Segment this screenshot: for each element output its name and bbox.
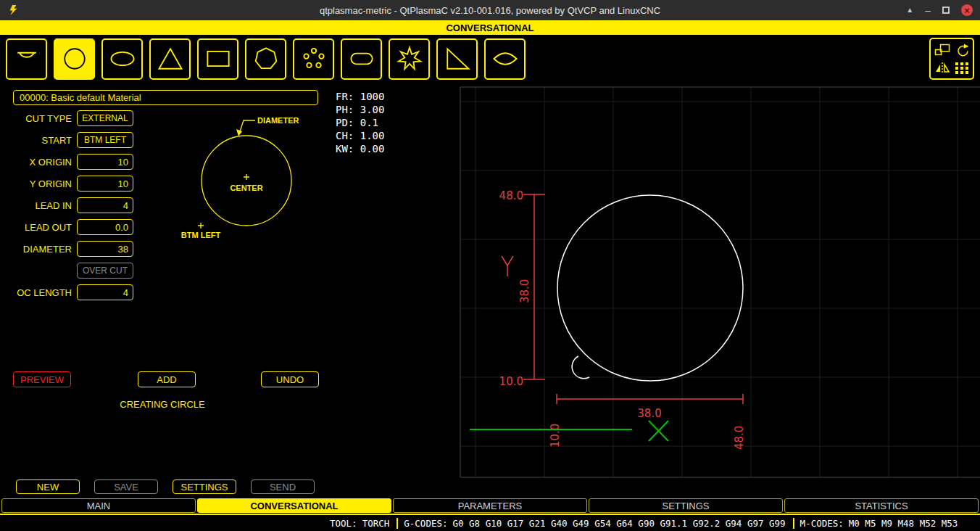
preview-button[interactable]: PREVIEW <box>13 371 71 387</box>
ellipse-icon <box>107 43 138 75</box>
dim-origin-x-label: 10.0 <box>549 424 562 448</box>
tool-slot-button[interactable] <box>341 38 382 80</box>
cut-type-row: CUT TYPE EXTERNAL <box>0 110 133 126</box>
x-origin-row: X ORIGIN <box>0 154 133 170</box>
dim-side-label: 38.0 <box>518 279 531 303</box>
diagram-diameter-label: DIAMETER <box>257 116 299 125</box>
main-tabbar: MAIN CONVERSATIONAL PARAMETERS SETTINGS … <box>0 498 980 514</box>
new-button[interactable]: NEW <box>16 479 80 494</box>
tab-settings[interactable]: SETTINGS <box>589 498 783 513</box>
minimize-icon[interactable]: – <box>925 5 931 15</box>
send-button[interactable]: SEND <box>251 479 315 494</box>
tool-circle-button[interactable] <box>54 38 95 80</box>
oc-length-label: OC LENGTH <box>0 287 72 298</box>
tool-label: TOOL: <box>330 518 357 529</box>
lead-in-arc <box>572 356 589 379</box>
diameter-input[interactable] <box>77 241 133 257</box>
creating-status-text: CREATING CIRCLE <box>0 399 325 410</box>
material-select[interactable]: 00000: Basic default Material <box>13 90 318 105</box>
tab-parameters[interactable]: PARAMETERS <box>393 498 587 513</box>
settings-button[interactable]: SETTINGS <box>173 479 236 494</box>
start-label: START <box>0 135 72 146</box>
tool-rectangle-button[interactable] <box>197 38 238 80</box>
star-icon <box>394 43 425 75</box>
gcodes-value: G0 G8 G10 G17 G21 G40 G49 G54 G64 G90 G9… <box>453 518 786 529</box>
triangle-icon <box>154 43 186 75</box>
gusset-icon <box>441 43 473 75</box>
slot-icon <box>346 43 378 75</box>
close-icon[interactable]: × <box>961 4 973 16</box>
lead-in-row: LEAD IN <box>0 197 133 213</box>
rotate-icon[interactable] <box>954 44 970 57</box>
save-button[interactable]: SAVE <box>94 479 158 494</box>
diameter-row: DIAMETER <box>0 241 133 257</box>
lead-in-input[interactable] <box>77 197 133 213</box>
bolt-circle-icon <box>298 43 330 75</box>
scale-icon[interactable] <box>934 44 950 57</box>
lead-out-label: LEAD OUT <box>0 222 72 233</box>
array-icon[interactable] <box>954 62 970 75</box>
cut-type-button[interactable]: EXTERNAL <box>77 110 133 126</box>
y-origin-row: Y ORIGIN <box>0 176 133 192</box>
cut-type-label: CUT TYPE <box>0 113 72 124</box>
y-origin-label: Y ORIGIN <box>0 178 72 189</box>
oc-length-input[interactable] <box>77 284 133 300</box>
dim-origin-y-label: 10.0 <box>499 375 523 388</box>
diagram-btm-left-label: BTM LEFT <box>181 231 221 239</box>
preview-plot: 48.0 10.0 38.0 38.0 10.0 48.0 <box>330 83 980 498</box>
mirror-icon[interactable] <box>934 62 950 75</box>
tool-line-button[interactable] <box>6 38 47 80</box>
tool-gusset-button[interactable] <box>436 38 478 80</box>
tool-bolt-circle-button[interactable] <box>293 38 334 80</box>
over-cut-button[interactable]: OVER CUT <box>77 263 133 279</box>
statusbar-divider <box>793 518 794 529</box>
polygon-icon <box>250 43 282 75</box>
shape-toolbar <box>0 35 980 83</box>
mcodes-value: M0 M5 M9 M48 M52 M53 <box>849 518 958 529</box>
lead-out-row: LEAD OUT <box>0 219 133 235</box>
window-title: qtplasmac-metric - QtPlasmaC v2.10-001.0… <box>0 5 980 16</box>
tool-sector-button[interactable] <box>484 38 526 80</box>
restore-icon[interactable] <box>942 7 950 14</box>
gcodes-label: G-CODES: <box>404 518 447 529</box>
statusbar-divider <box>396 518 398 529</box>
part-path <box>557 195 743 381</box>
grid-lines <box>460 87 980 477</box>
line-icon <box>11 43 43 75</box>
shape-diagram: DIAMETER CENTER BTM LEFT <box>180 109 325 247</box>
grid-border <box>460 87 980 477</box>
undo-button[interactable]: UNDO <box>261 371 319 387</box>
tool-star-button[interactable] <box>389 38 430 80</box>
tab-statistics[interactable]: STATISTICS <box>784 498 979 513</box>
tab-main[interactable]: MAIN <box>1 498 196 513</box>
x-origin-label: X ORIGIN <box>0 157 72 168</box>
lead-out-input[interactable] <box>77 219 133 235</box>
tool-ellipse-button[interactable] <box>101 38 143 80</box>
dim-extent-label: 48.0 <box>733 426 746 450</box>
preview-canvas[interactable]: FR: 1000 PH: 3.00 PD: 0.1 CH: 1.00 KW: 0… <box>330 83 980 498</box>
sector-icon <box>489 43 521 75</box>
add-button[interactable]: ADD <box>138 371 196 387</box>
circle-icon <box>59 43 91 75</box>
tab-conversational[interactable]: CONVERSATIONAL <box>197 498 391 513</box>
start-row: START BTM LEFT <box>0 132 133 148</box>
dimension-labels: 48.0 10.0 38.0 38.0 10.0 48.0 <box>499 189 746 450</box>
y-origin-input[interactable] <box>77 176 133 192</box>
x-origin-input[interactable] <box>77 154 133 170</box>
lead-in-label: LEAD IN <box>0 200 72 211</box>
shade-icon[interactable]: ▲ <box>906 7 913 14</box>
tool-triangle-button[interactable] <box>149 38 191 80</box>
conversational-banner: CONVERSATIONAL <box>0 20 980 35</box>
tool-polygon-button[interactable] <box>245 38 286 80</box>
dimension-lines <box>502 194 743 404</box>
rectangle-icon <box>202 43 234 75</box>
transform-tools-box <box>929 38 974 80</box>
conversational-panel: 00000: Basic default Material CUT TYPE E… <box>0 83 330 498</box>
diagram-center-label: CENTER <box>230 184 262 192</box>
over-cut-row: OVER CUT <box>0 263 133 279</box>
oc-length-row: OC LENGTH <box>0 284 133 300</box>
start-button[interactable]: BTM LEFT <box>77 132 133 148</box>
diameter-label: DIAMETER <box>0 244 72 255</box>
app-icon <box>7 4 19 16</box>
tool-value: TORCH <box>362 518 390 529</box>
